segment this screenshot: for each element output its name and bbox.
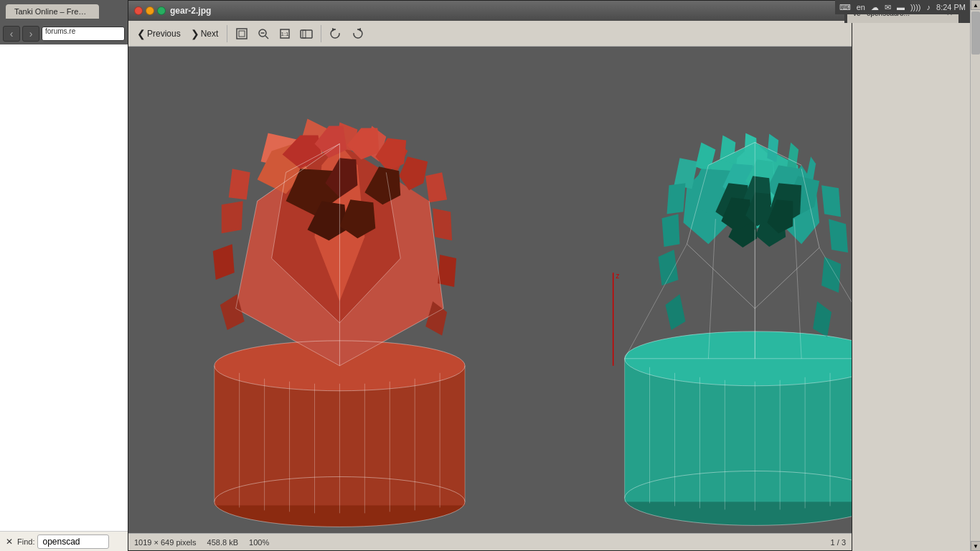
viewer-toolbar: ❮ Previous ❯ Next 1:1	[128, 21, 852, 47]
svg-marker-25	[222, 201, 243, 233]
rotate-right-icon	[350, 27, 364, 41]
rotate-left-icon	[329, 27, 343, 41]
svg-rect-1	[239, 31, 245, 37]
toolbar-separator-1	[227, 25, 227, 42]
viewer-titlebar: gear-2.jpg	[128, 1, 852, 21]
zoom-in-button[interactable]	[296, 24, 316, 44]
svg-marker-84	[667, 183, 686, 214]
battery-icon: ▬	[897, 3, 905, 11]
zoom-out-icon	[256, 27, 270, 41]
back-button[interactable]: ‹	[3, 26, 20, 42]
forward-button[interactable]: ›	[22, 26, 39, 42]
normal-size-icon: 1:1	[278, 27, 292, 41]
left-find-bar: ✕ Find:	[0, 531, 128, 551]
rotate-left-button[interactable]	[326, 24, 346, 44]
scrollbar: ▲ ▼	[970, 0, 980, 551]
svg-marker-88	[821, 185, 841, 217]
wifi-icon: ))))	[910, 3, 921, 11]
url-bar[interactable]: forums.re	[42, 27, 125, 41]
svg-marker-24	[229, 169, 250, 199]
next-button[interactable]: ❯ Next	[187, 25, 223, 42]
zoom-fit-icon	[235, 27, 249, 41]
keyboard-icon: ⌨	[839, 3, 851, 12]
rotate-right-button[interactable]	[347, 24, 367, 44]
normal-size-button[interactable]: 1:1	[275, 24, 295, 44]
volume-icon: ♪	[927, 3, 931, 11]
zoom-level: 100%	[249, 538, 269, 547]
image-info: 1019 × 649 pixels 458.8 kB 100%	[134, 538, 269, 547]
locale-label: en	[857, 3, 865, 11]
chevron-left-icon: ❮	[137, 28, 146, 39]
image-viewer-window: gear-2.jpg ❮ Previous ❯ Next	[128, 0, 852, 551]
find-label: Find:	[17, 537, 34, 546]
scroll-down-button[interactable]: ▼	[971, 541, 980, 551]
scroll-up-button[interactable]: ▲	[971, 0, 980, 10]
left-tab-label: Tanki Online – Free M	[14, 7, 92, 16]
svg-text:z: z	[616, 272, 620, 280]
file-size: 458.8 kB	[207, 538, 238, 547]
left-tab-item[interactable]: Tanki Online – Free M	[6, 4, 99, 19]
chevron-right-icon: ❯	[191, 28, 199, 39]
maximize-window-button[interactable]	[157, 6, 166, 15]
svg-marker-29	[433, 208, 452, 240]
system-tray: ⌨ en ☁ ✉ ▬ )))) ♪ 8:24 PM	[835, 0, 970, 14]
viewer-title: gear-2.jpg	[170, 6, 211, 16]
svg-line-4	[265, 36, 268, 39]
zoom-out-button[interactable]	[253, 24, 273, 44]
viewer-content: z	[128, 47, 852, 533]
svg-rect-0	[237, 29, 247, 39]
left-tab-bar: Tanki Online – Free M	[0, 0, 128, 23]
previous-button[interactable]: ❮ Previous	[133, 25, 185, 42]
svg-text:1:1: 1:1	[281, 31, 290, 37]
left-browser-panel: Tanki Online – Free M ‹ › forums.re ✕ Fi…	[0, 0, 128, 551]
svg-marker-30	[438, 255, 456, 287]
left-browser-content	[0, 44, 128, 531]
zoom-fit-button[interactable]	[232, 24, 252, 44]
network-icon: ☁	[871, 3, 879, 12]
close-find-icon[interactable]: ✕	[6, 537, 13, 547]
scrollbar-track[interactable]	[971, 11, 980, 528]
close-window-button[interactable]	[134, 6, 143, 15]
scrollbar-thumb[interactable]	[971, 11, 980, 55]
mail-icon: ✉	[885, 3, 891, 12]
window-controls	[134, 6, 166, 15]
svg-rect-7	[301, 30, 312, 38]
image-position: 1 / 3	[831, 538, 846, 547]
toolbar-separator-2	[321, 25, 321, 42]
image-dimensions: 1019 × 649 pixels	[134, 538, 197, 547]
svg-marker-89	[829, 219, 848, 253]
find-input[interactable]	[37, 534, 109, 549]
left-nav-bar: ‹ › forums.re	[0, 23, 128, 44]
svg-marker-85	[662, 214, 680, 247]
minimize-window-button[interactable]	[146, 6, 154, 15]
svg-rect-8	[303, 30, 306, 38]
next-label: Next	[201, 29, 219, 39]
zoom-in-icon	[299, 27, 314, 41]
gear-image: z	[128, 47, 852, 533]
previous-label: Previous	[147, 29, 181, 39]
clock: 8:24 PM	[936, 3, 966, 11]
viewer-statusbar: 1019 × 649 pixels 458.8 kB 100% 1 / 3	[128, 533, 852, 550]
